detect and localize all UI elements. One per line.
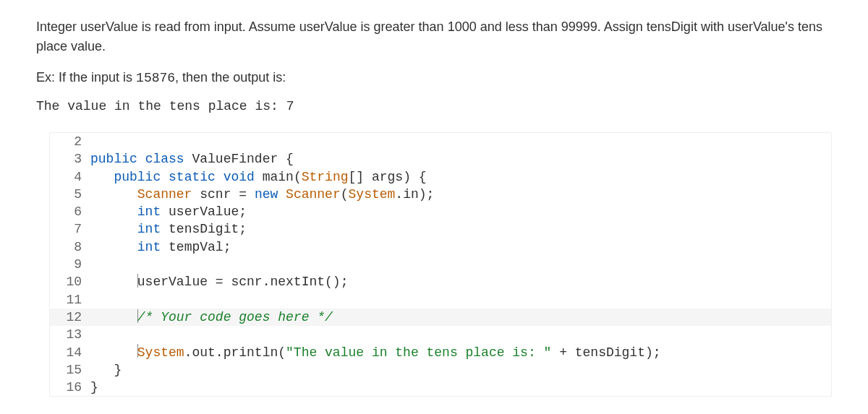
code-content — [89, 291, 831, 309]
code-line: 16} — [50, 379, 831, 396]
code-content: public class ValueFinder { — [89, 150, 831, 168]
code-line: 6 int userValue; — [50, 203, 831, 220]
line-number: 10 — [50, 273, 89, 290]
code-content: System.out.println("The value in the ten… — [89, 344, 831, 361]
code-line: 11 — [50, 291, 831, 309]
code-content: public static void main(String[] args) { — [89, 168, 831, 186]
code-line: 7 int tensDigit; — [50, 220, 831, 238]
code-line: 8 int tempVal; — [50, 238, 831, 256]
line-number: 12 — [50, 309, 89, 326]
code-content: int userValue; — [89, 203, 831, 220]
example-output: The value in the tens place is: 7 — [36, 97, 832, 116]
code-content — [89, 326, 831, 343]
code-content: userValue = scnr.nextInt(); — [89, 273, 831, 290]
line-number: 11 — [50, 291, 89, 309]
code-line: 5 Scanner scnr = new Scanner(System.in); — [50, 186, 831, 203]
code-content: int tempVal; — [89, 238, 831, 256]
example-input: 15876 — [136, 71, 175, 85]
code-content: } — [89, 361, 831, 379]
example-prefix: Ex: If the input is — [36, 70, 136, 85]
code-line: 13 — [50, 326, 831, 343]
code-content — [89, 133, 831, 150]
code-line: 9 — [50, 256, 831, 273]
code-content: } — [89, 379, 831, 396]
code-line: 10 userValue = scnr.nextInt(); — [50, 273, 831, 290]
code-content: int tensDigit; — [89, 220, 831, 238]
code-line: 15 } — [50, 361, 831, 379]
line-number: 3 — [50, 150, 89, 168]
code-line: 4 public static void main(String[] args)… — [50, 168, 831, 186]
code-content — [89, 256, 831, 273]
line-number: 15 — [50, 361, 89, 379]
line-number: 14 — [50, 344, 89, 361]
code-line: 2 — [50, 133, 831, 150]
line-number: 2 — [50, 133, 89, 150]
line-number: 6 — [50, 203, 89, 220]
code-line: 14 System.out.println("The value in the … — [50, 344, 831, 361]
example-suffix: , then the output is: — [175, 70, 286, 85]
example-line: Ex: If the input is 15876, then the outp… — [36, 68, 832, 88]
line-number: 16 — [50, 379, 89, 396]
problem-description-text: Integer userValue is read from input. As… — [36, 20, 822, 53]
problem-description: Integer userValue is read from input. As… — [36, 17, 832, 56]
line-number: 8 — [50, 238, 89, 256]
code-content[interactable]: /* Your code goes here */ — [89, 309, 831, 326]
code-line-active: 12 /* Your code goes here */ — [50, 309, 831, 326]
code-line: 3public class ValueFinder { — [50, 150, 831, 168]
line-number: 7 — [50, 220, 89, 238]
line-number: 13 — [50, 326, 89, 343]
code-editor[interactable]: 2 3public class ValueFinder { 4 public s… — [49, 132, 832, 397]
line-number: 4 — [50, 168, 89, 186]
code-content: Scanner scnr = new Scanner(System.in); — [89, 186, 831, 203]
line-number: 9 — [50, 256, 89, 273]
line-number: 5 — [50, 186, 89, 203]
